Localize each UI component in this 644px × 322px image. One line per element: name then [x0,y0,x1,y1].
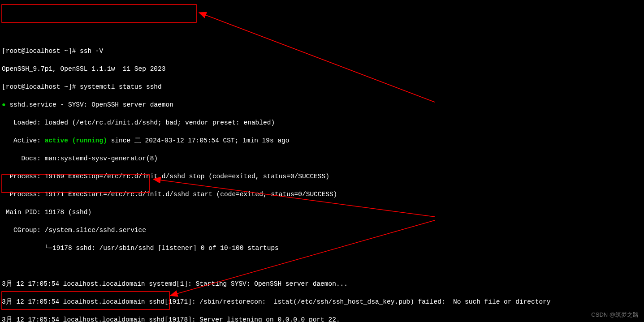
sshd-service-title: sshd.service - SYSV: OpenSSH server daem… [6,101,173,108]
ssh-version-output: OpenSSH_9.7p1, OpenSSL 1.1.1w 11 Sep 202… [2,64,642,73]
sshd-process-stop: Process: 19169 ExecStop=/etc/rc.d/init.d… [2,172,642,181]
sshd-process-start: Process: 19171 ExecStart=/etc/rc.d/init.… [2,190,642,199]
sshd-log-line: 3月 12 17:05:54 localhost.localdomain ssh… [2,315,642,322]
shell-prompt: [root@localhost ~]# [2,47,80,55]
terminal-output[interactable]: [root@localhost ~]# ssh -V OpenSSH_9.7p1… [2,38,642,322]
cmd-ssh-v: ssh -V [80,47,103,55]
shell-prompt: [root@localhost ~]# [2,83,80,90]
sshd-cgroup: CGroup: /system.slice/sshd.service [2,226,642,235]
sshd-loaded: Loaded: loaded (/etc/rc.d/init.d/sshd; b… [2,118,642,127]
sshd-log-line: 3月 12 17:05:54 localhost.localdomain ssh… [2,297,642,306]
cmd-systemctl-sshd: systemctl status sshd [80,83,162,90]
sshd-log-line: 3月 12 17:05:54 localhost.localdomain sys… [2,279,642,288]
sshd-active-label: Active: [2,137,45,144]
watermark-text: CSDN @筑梦之路 [591,310,639,319]
sshd-docs: Docs: man:systemd-sysv-generator(8) [2,154,642,163]
status-dot-icon: ● [2,101,6,108]
box-ssh-version [2,4,196,22]
sshd-main-pid: Main PID: 19178 (sshd) [2,208,642,217]
sshd-active-since: since 二 2024-03-12 17:05:54 CST; 1min 19… [107,137,290,144]
sshd-cgroup-child: └─19178 sshd: /usr/sbin/sshd [listener] … [2,244,642,253]
sshd-active-state: active (running) [45,137,107,144]
blank-line [2,262,642,270]
